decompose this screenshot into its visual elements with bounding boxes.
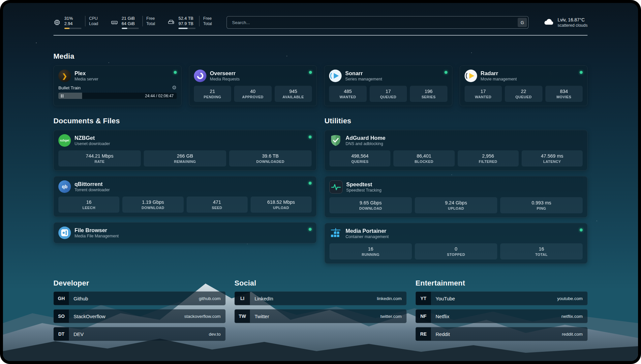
- stat-box: 86,401 BLOCKED: [393, 150, 454, 167]
- app-card-plex[interactable]: ❯ Plex Media server Bullet Train: [53, 65, 182, 106]
- stat-value: 2,956: [459, 153, 517, 159]
- stat-value: 1.19 Gbps: [124, 199, 182, 205]
- bookmark-url: dev.to: [209, 327, 225, 341]
- stat-label: QUEUED: [371, 95, 406, 99]
- stat-label: QUERIES: [331, 160, 389, 164]
- bookmark-twitter[interactable]: TW Twitter twitter.com: [234, 309, 407, 323]
- stat-value: 16: [60, 199, 118, 205]
- app-card-nzbget[interactable]: nzbget NZBGet Usenet downloader: [53, 130, 317, 171]
- app-card-radarr[interactable]: Radarr Movie management 17 WANTED: [460, 65, 588, 106]
- stat-box: 471 SEED: [187, 197, 248, 213]
- storage-label-bottom: Total: [203, 21, 212, 26]
- bookmark-reddit[interactable]: RE Reddit reddit.com: [415, 327, 588, 341]
- stat-box: 196 SERIES: [410, 86, 447, 102]
- qbittorrent-icon: qb: [58, 180, 71, 193]
- search-bar[interactable]: G: [227, 16, 529, 29]
- overseerr-icon: [194, 70, 206, 82]
- stat-label: UPLOAD: [252, 206, 310, 210]
- stat-value: 834: [547, 88, 582, 94]
- app-name: Speedtest: [346, 181, 382, 188]
- bookmark-stackoverflow[interactable]: SO StackOverflow stackoverflow.com: [53, 309, 226, 323]
- gear-icon[interactable]: ⚙: [172, 85, 176, 90]
- system-metrics: 31% 2.94 CPU Load: [53, 16, 212, 29]
- app-name: NZBGet: [75, 135, 110, 141]
- stat-box: 2,956 FILTERED: [458, 150, 519, 167]
- stat-box: 266 GB REMAINING: [144, 150, 226, 167]
- app-card-adguard[interactable]: AdGuard Home DNS and adblocking 498,564 …: [324, 130, 588, 171]
- bookmark-name: DEV: [69, 327, 84, 341]
- stat-box: 618.52 Mbps UPLOAD: [251, 197, 312, 213]
- app-card-portainer[interactable]: Media Portainer Container management 16 …: [324, 223, 588, 264]
- stat-label: FILTERED: [459, 160, 517, 164]
- app-card-qbittorrent[interactable]: qb qBittorrent Torrent downloader: [53, 176, 317, 217]
- stat-value: 485: [330, 88, 365, 94]
- stat-label: MOVIES: [547, 95, 582, 99]
- bookmark-abbr: NF: [416, 310, 431, 323]
- app-card-speedtest[interactable]: Speedtest Speedtest Tracking 9.65 Gbps D…: [324, 176, 588, 218]
- stat-label: DOWNLOAD: [124, 206, 182, 210]
- status-dot: [174, 71, 177, 74]
- app-card-sonarr[interactable]: Sonarr Series management 485 WANTED: [324, 65, 452, 106]
- stat-box: 16 RUNNING: [329, 243, 412, 259]
- stat-label: STOPPED: [416, 253, 496, 257]
- bookmark-name: Twitter: [250, 310, 269, 323]
- stat-label: PING: [502, 206, 581, 211]
- app-description: Movie management: [481, 76, 517, 82]
- stat-label: SEED: [188, 206, 246, 210]
- stat-box: 39.6 TB DOWNLOADED: [229, 150, 312, 167]
- app-description: Speedtest Tracking: [346, 188, 382, 193]
- cpu-bar: [64, 28, 81, 29]
- app-card-filebrowser[interactable]: File Browser Media File Management: [53, 222, 317, 243]
- bookmark-github[interactable]: GH Github github.com: [53, 291, 226, 305]
- bookmark-abbr: RE: [416, 327, 431, 341]
- stat-label: BLOCKED: [395, 160, 453, 164]
- stat-label: PENDING: [195, 95, 230, 99]
- weather-condition: scattered clouds: [558, 23, 588, 28]
- bookmark-linkedin[interactable]: LI LinkedIn linkedin.com: [234, 291, 407, 305]
- stat-box: 47.569 ms LATENCY: [522, 150, 583, 167]
- bookmark-youtube[interactable]: YT YouTube youtube.com: [415, 291, 588, 305]
- app-description: Usenet downloader: [75, 141, 110, 146]
- memory-total: 64 GiB: [122, 21, 139, 26]
- stat-label: DOWNLOAD: [331, 206, 411, 211]
- stat-box: 9.24 Gbps UPLOAD: [415, 197, 497, 213]
- app-card-overseerr[interactable]: Overseerr Media Requests 21 PENDING: [189, 65, 317, 106]
- stat-label: RATE: [60, 160, 139, 164]
- nzbget-icon: nzbget: [58, 134, 71, 147]
- pause-icon[interactable]: [61, 94, 63, 98]
- section-title-utilities: Utilities: [324, 117, 588, 125]
- storage-label-top: Free: [203, 16, 212, 21]
- status-dot: [309, 71, 312, 74]
- section-title-documents: Documents & Files: [53, 117, 317, 125]
- status-dot: [309, 228, 312, 231]
- status-dot: [309, 182, 312, 185]
- status-dot: [444, 71, 447, 74]
- bookmark-name: YouTube: [431, 292, 455, 305]
- bookmark-abbr: SO: [54, 310, 69, 323]
- bookmark-dev[interactable]: DT DEV dev.to: [53, 327, 226, 341]
- memory-bar: [122, 28, 139, 29]
- search-input[interactable]: [231, 20, 518, 25]
- stat-box: 40 APPROVED: [234, 86, 272, 102]
- memory-free: 21 GiB: [122, 16, 139, 21]
- stat-value: 40: [235, 88, 270, 94]
- cloud-icon: [543, 17, 554, 28]
- now-playing: Bullet Train ⚙ 24:44 / 02:06:47: [58, 85, 177, 99]
- memory-label-bottom: Total: [146, 21, 155, 26]
- app-description: Media Requests: [210, 76, 240, 82]
- playback-progress-bar[interactable]: 24:44 / 02:06:47: [58, 93, 177, 99]
- stat-box: 21 PENDING: [194, 86, 231, 102]
- cpu-widget: 31% 2.94 CPU Load: [53, 16, 98, 29]
- app-name: Overseerr: [210, 70, 240, 76]
- app-description: Series management: [345, 76, 382, 82]
- stat-value: 39.6 TB: [230, 153, 310, 159]
- app-description: Media server: [75, 76, 98, 82]
- stat-value: 196: [411, 88, 446, 94]
- stat-box: 17 WANTED: [465, 86, 502, 102]
- stat-box: 0.993 ms PING: [500, 197, 583, 213]
- search-engine-button[interactable]: G: [518, 18, 527, 27]
- bookmark-netflix[interactable]: NF Netflix netflix.com: [415, 309, 588, 323]
- app-description: Torrent downloader: [75, 187, 110, 193]
- cpu-label-bottom: Load: [89, 21, 98, 26]
- weather-location: Lviv, 16.87°C: [558, 17, 588, 23]
